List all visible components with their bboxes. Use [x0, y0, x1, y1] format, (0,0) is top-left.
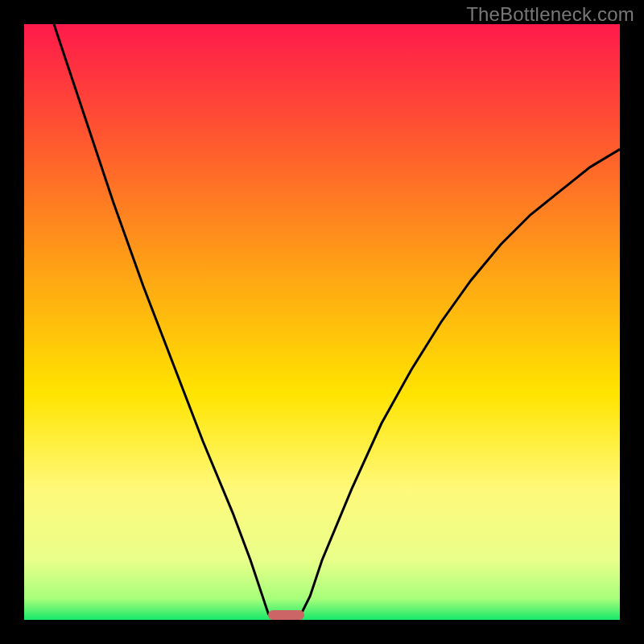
right-curve	[298, 149, 620, 620]
curves-layer	[24, 24, 620, 620]
minimum-marker	[268, 610, 303, 620]
chart-container: TheBottleneck.com	[0, 0, 644, 644]
watermark-text: TheBottleneck.com	[466, 3, 634, 26]
left-curve	[54, 24, 275, 620]
plot-area	[24, 24, 620, 620]
